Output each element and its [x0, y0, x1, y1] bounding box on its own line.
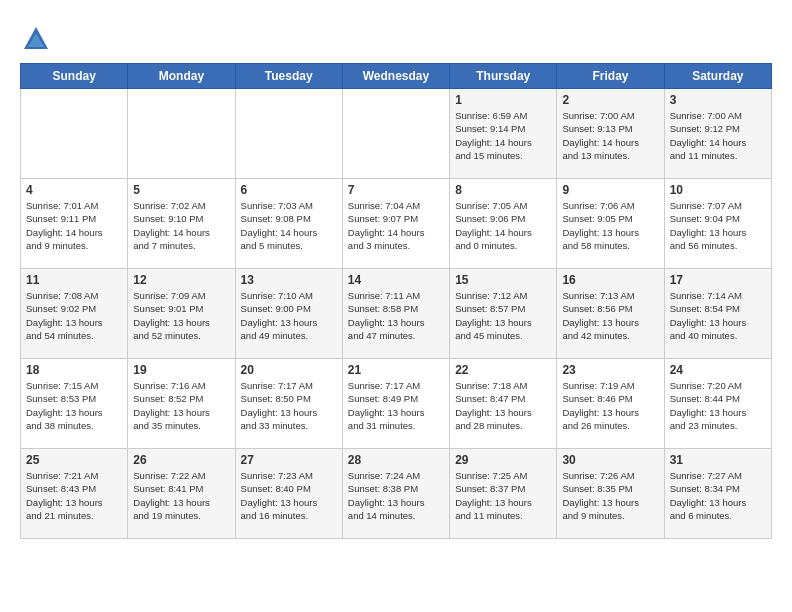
cell-content: Sunrise: 7:04 AM Sunset: 9:07 PM Dayligh…: [348, 199, 444, 252]
calendar-cell: 14Sunrise: 7:11 AM Sunset: 8:58 PM Dayli…: [342, 269, 449, 359]
calendar-cell: 15Sunrise: 7:12 AM Sunset: 8:57 PM Dayli…: [450, 269, 557, 359]
logo-icon: [22, 25, 50, 53]
cell-content: Sunrise: 7:15 AM Sunset: 8:53 PM Dayligh…: [26, 379, 122, 432]
day-number: 4: [26, 183, 122, 197]
calendar-cell: 9Sunrise: 7:06 AM Sunset: 9:05 PM Daylig…: [557, 179, 664, 269]
day-number: 11: [26, 273, 122, 287]
calendar-cell: 20Sunrise: 7:17 AM Sunset: 8:50 PM Dayli…: [235, 359, 342, 449]
day-number: 1: [455, 93, 551, 107]
calendar-cell: 24Sunrise: 7:20 AM Sunset: 8:44 PM Dayli…: [664, 359, 771, 449]
cell-content: Sunrise: 7:11 AM Sunset: 8:58 PM Dayligh…: [348, 289, 444, 342]
cell-content: Sunrise: 7:10 AM Sunset: 9:00 PM Dayligh…: [241, 289, 337, 342]
day-of-week-header: Saturday: [664, 64, 771, 89]
calendar-table: SundayMondayTuesdayWednesdayThursdayFrid…: [20, 63, 772, 539]
cell-content: Sunrise: 7:13 AM Sunset: 8:56 PM Dayligh…: [562, 289, 658, 342]
calendar-cell: 29Sunrise: 7:25 AM Sunset: 8:37 PM Dayli…: [450, 449, 557, 539]
day-number: 23: [562, 363, 658, 377]
day-of-week-header: Monday: [128, 64, 235, 89]
calendar-cell: 22Sunrise: 7:18 AM Sunset: 8:47 PM Dayli…: [450, 359, 557, 449]
calendar-cell: [235, 89, 342, 179]
cell-content: Sunrise: 7:07 AM Sunset: 9:04 PM Dayligh…: [670, 199, 766, 252]
days-header-row: SundayMondayTuesdayWednesdayThursdayFrid…: [21, 64, 772, 89]
cell-content: Sunrise: 7:22 AM Sunset: 8:41 PM Dayligh…: [133, 469, 229, 522]
cell-content: Sunrise: 7:17 AM Sunset: 8:49 PM Dayligh…: [348, 379, 444, 432]
calendar-cell: [21, 89, 128, 179]
cell-content: Sunrise: 7:25 AM Sunset: 8:37 PM Dayligh…: [455, 469, 551, 522]
calendar-week-row: 11Sunrise: 7:08 AM Sunset: 9:02 PM Dayli…: [21, 269, 772, 359]
cell-content: Sunrise: 7:14 AM Sunset: 8:54 PM Dayligh…: [670, 289, 766, 342]
cell-content: Sunrise: 7:27 AM Sunset: 8:34 PM Dayligh…: [670, 469, 766, 522]
day-number: 3: [670, 93, 766, 107]
day-number: 15: [455, 273, 551, 287]
day-number: 19: [133, 363, 229, 377]
day-number: 12: [133, 273, 229, 287]
day-of-week-header: Sunday: [21, 64, 128, 89]
cell-content: Sunrise: 7:23 AM Sunset: 8:40 PM Dayligh…: [241, 469, 337, 522]
day-number: 10: [670, 183, 766, 197]
day-number: 13: [241, 273, 337, 287]
cell-content: Sunrise: 7:17 AM Sunset: 8:50 PM Dayligh…: [241, 379, 337, 432]
calendar-cell: 23Sunrise: 7:19 AM Sunset: 8:46 PM Dayli…: [557, 359, 664, 449]
calendar-week-row: 1Sunrise: 6:59 AM Sunset: 9:14 PM Daylig…: [21, 89, 772, 179]
calendar-cell: 19Sunrise: 7:16 AM Sunset: 8:52 PM Dayli…: [128, 359, 235, 449]
calendar-cell: 12Sunrise: 7:09 AM Sunset: 9:01 PM Dayli…: [128, 269, 235, 359]
header: [20, 20, 772, 53]
day-number: 14: [348, 273, 444, 287]
day-number: 22: [455, 363, 551, 377]
day-number: 8: [455, 183, 551, 197]
cell-content: Sunrise: 7:06 AM Sunset: 9:05 PM Dayligh…: [562, 199, 658, 252]
cell-content: Sunrise: 7:16 AM Sunset: 8:52 PM Dayligh…: [133, 379, 229, 432]
day-number: 16: [562, 273, 658, 287]
day-number: 2: [562, 93, 658, 107]
calendar-week-row: 25Sunrise: 7:21 AM Sunset: 8:43 PM Dayli…: [21, 449, 772, 539]
calendar-cell: 26Sunrise: 7:22 AM Sunset: 8:41 PM Dayli…: [128, 449, 235, 539]
day-number: 17: [670, 273, 766, 287]
cell-content: Sunrise: 7:00 AM Sunset: 9:12 PM Dayligh…: [670, 109, 766, 162]
calendar-cell: 25Sunrise: 7:21 AM Sunset: 8:43 PM Dayli…: [21, 449, 128, 539]
calendar-cell: 5Sunrise: 7:02 AM Sunset: 9:10 PM Daylig…: [128, 179, 235, 269]
day-number: 24: [670, 363, 766, 377]
cell-content: Sunrise: 7:02 AM Sunset: 9:10 PM Dayligh…: [133, 199, 229, 252]
day-of-week-header: Wednesday: [342, 64, 449, 89]
calendar-cell: 8Sunrise: 7:05 AM Sunset: 9:06 PM Daylig…: [450, 179, 557, 269]
day-number: 5: [133, 183, 229, 197]
day-number: 31: [670, 453, 766, 467]
calendar-cell: [128, 89, 235, 179]
calendar-cell: 1Sunrise: 6:59 AM Sunset: 9:14 PM Daylig…: [450, 89, 557, 179]
day-number: 25: [26, 453, 122, 467]
day-number: 6: [241, 183, 337, 197]
cell-content: Sunrise: 7:20 AM Sunset: 8:44 PM Dayligh…: [670, 379, 766, 432]
calendar-cell: 16Sunrise: 7:13 AM Sunset: 8:56 PM Dayli…: [557, 269, 664, 359]
logo: [20, 25, 54, 53]
day-of-week-header: Thursday: [450, 64, 557, 89]
cell-content: Sunrise: 7:01 AM Sunset: 9:11 PM Dayligh…: [26, 199, 122, 252]
day-number: 9: [562, 183, 658, 197]
cell-content: Sunrise: 7:12 AM Sunset: 8:57 PM Dayligh…: [455, 289, 551, 342]
cell-content: Sunrise: 7:19 AM Sunset: 8:46 PM Dayligh…: [562, 379, 658, 432]
day-of-week-header: Tuesday: [235, 64, 342, 89]
calendar-cell: 6Sunrise: 7:03 AM Sunset: 9:08 PM Daylig…: [235, 179, 342, 269]
day-of-week-header: Friday: [557, 64, 664, 89]
day-number: 21: [348, 363, 444, 377]
calendar-cell: 3Sunrise: 7:00 AM Sunset: 9:12 PM Daylig…: [664, 89, 771, 179]
day-number: 20: [241, 363, 337, 377]
calendar-cell: 31Sunrise: 7:27 AM Sunset: 8:34 PM Dayli…: [664, 449, 771, 539]
cell-content: Sunrise: 7:03 AM Sunset: 9:08 PM Dayligh…: [241, 199, 337, 252]
day-number: 26: [133, 453, 229, 467]
cell-content: Sunrise: 7:21 AM Sunset: 8:43 PM Dayligh…: [26, 469, 122, 522]
calendar-cell: 30Sunrise: 7:26 AM Sunset: 8:35 PM Dayli…: [557, 449, 664, 539]
cell-content: Sunrise: 7:05 AM Sunset: 9:06 PM Dayligh…: [455, 199, 551, 252]
day-number: 29: [455, 453, 551, 467]
calendar-week-row: 18Sunrise: 7:15 AM Sunset: 8:53 PM Dayli…: [21, 359, 772, 449]
calendar-week-row: 4Sunrise: 7:01 AM Sunset: 9:11 PM Daylig…: [21, 179, 772, 269]
day-number: 18: [26, 363, 122, 377]
calendar-cell: 2Sunrise: 7:00 AM Sunset: 9:13 PM Daylig…: [557, 89, 664, 179]
calendar-cell: 28Sunrise: 7:24 AM Sunset: 8:38 PM Dayli…: [342, 449, 449, 539]
day-number: 7: [348, 183, 444, 197]
cell-content: Sunrise: 7:08 AM Sunset: 9:02 PM Dayligh…: [26, 289, 122, 342]
cell-content: Sunrise: 7:18 AM Sunset: 8:47 PM Dayligh…: [455, 379, 551, 432]
day-number: 28: [348, 453, 444, 467]
cell-content: Sunrise: 7:09 AM Sunset: 9:01 PM Dayligh…: [133, 289, 229, 342]
cell-content: Sunrise: 7:24 AM Sunset: 8:38 PM Dayligh…: [348, 469, 444, 522]
calendar-cell: 13Sunrise: 7:10 AM Sunset: 9:00 PM Dayli…: [235, 269, 342, 359]
